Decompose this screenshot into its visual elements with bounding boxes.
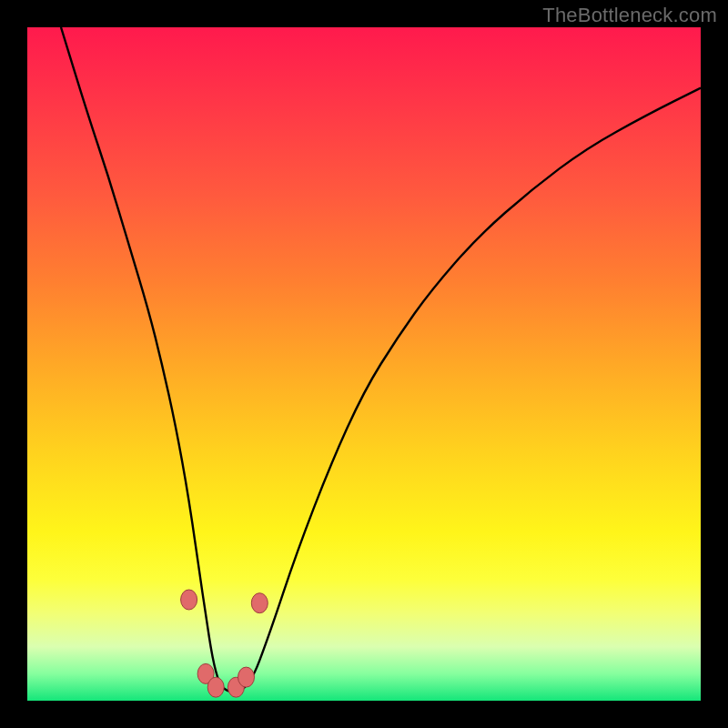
watermark-text: TheBottleneck.com xyxy=(542,4,717,27)
curve-marker xyxy=(181,590,197,610)
curve-marker xyxy=(238,667,255,687)
bottleneck-chart xyxy=(27,27,701,701)
bottleneck-curve xyxy=(61,27,701,692)
curve-marker xyxy=(207,677,224,697)
curve-markers xyxy=(181,590,268,697)
curve-marker xyxy=(251,593,268,613)
